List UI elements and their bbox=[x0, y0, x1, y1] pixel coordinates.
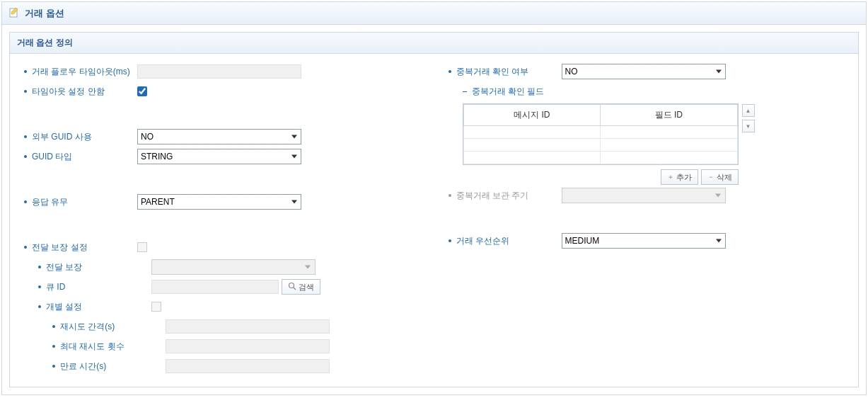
dup-retain-select-disabled bbox=[562, 188, 726, 203]
search-button[interactable]: 검색 bbox=[282, 279, 320, 295]
delivery-label: 전달 보장 bbox=[38, 261, 151, 273]
retry-interval-label: 재시도 간격(s) bbox=[52, 321, 166, 333]
right-column: 중복거래 확인 여부 NO 중복거래 확인 필드 메시지 ID 필드 ID bbox=[434, 59, 859, 378]
table-row[interactable] bbox=[463, 139, 737, 152]
flow-timeout-input[interactable] bbox=[137, 64, 301, 79]
expire-input[interactable] bbox=[166, 359, 330, 373]
queue-id-input[interactable] bbox=[151, 280, 279, 294]
svg-point-1 bbox=[289, 283, 294, 288]
trade-options-panel: 거래 옵션 거래 옵션 정의 거래 플로우 타임아웃(ms) 타임아웃 설정 안… bbox=[1, 1, 867, 395]
scroll-up-button[interactable]: ▲ bbox=[742, 104, 755, 117]
panel-header: 거래 옵션 bbox=[2, 2, 866, 25]
flow-timeout-label: 거래 플로우 타임아웃(ms) bbox=[24, 66, 137, 78]
delete-button[interactable]: －삭제 bbox=[701, 169, 739, 185]
retry-interval-input[interactable] bbox=[166, 319, 330, 334]
delivery-select-disabled bbox=[151, 259, 316, 275]
priority-select[interactable]: MEDIUM bbox=[562, 233, 726, 249]
timeout-off-checkbox[interactable] bbox=[137, 86, 147, 96]
response-label: 응답 유무 bbox=[24, 196, 137, 208]
plus-icon: ＋ bbox=[667, 172, 674, 182]
col-message-id: 메시지 ID bbox=[463, 105, 601, 126]
minus-icon: － bbox=[707, 172, 714, 182]
priority-label: 거래 우선순위 bbox=[449, 235, 562, 247]
left-column: 거래 플로우 타임아웃(ms) 타임아웃 설정 안함 외부 GUID 사용 NO… bbox=[10, 59, 434, 378]
table-row[interactable] bbox=[463, 126, 737, 139]
dup-field-label: 중복거래 확인 필드 bbox=[463, 86, 576, 98]
section-title: 거래 옵션 정의 bbox=[10, 33, 858, 54]
indiv-label: 개별 설정 bbox=[38, 301, 151, 313]
svg-line-2 bbox=[294, 288, 296, 290]
panel-title: 거래 옵션 bbox=[25, 7, 64, 20]
timeout-off-label: 타임아웃 설정 안함 bbox=[24, 86, 137, 98]
dup-field-table: 메시지 ID 필드 ID ▲ bbox=[463, 103, 739, 165]
scroll-down-button[interactable]: ▼ bbox=[742, 120, 755, 132]
col-field-id: 필드 ID bbox=[601, 105, 738, 126]
delivery-set-checkbox[interactable] bbox=[137, 242, 147, 252]
add-button[interactable]: ＋추가 bbox=[661, 169, 698, 185]
chevron-up-icon: ▲ bbox=[746, 108, 751, 114]
ext-guid-select[interactable]: NO bbox=[137, 129, 301, 144]
edit-icon bbox=[9, 6, 21, 20]
ext-guid-label: 외부 GUID 사용 bbox=[24, 131, 137, 143]
table-row[interactable] bbox=[463, 152, 737, 164]
chevron-down-icon: ▼ bbox=[746, 123, 751, 130]
section-define: 거래 옵션 정의 거래 플로우 타임아웃(ms) 타임아웃 설정 안함 외부 G… bbox=[9, 32, 859, 387]
max-retry-label: 최대 재시도 횟수 bbox=[52, 341, 166, 353]
queue-id-label: 큐 ID bbox=[38, 281, 151, 293]
response-select[interactable]: PARENT bbox=[137, 194, 301, 210]
guid-type-label: GUID 타입 bbox=[24, 151, 137, 163]
dup-check-select[interactable]: NO bbox=[562, 64, 726, 79]
indiv-checkbox[interactable] bbox=[151, 302, 161, 312]
dup-check-label: 중복거래 확인 여부 bbox=[449, 66, 562, 78]
guid-type-select[interactable]: STRING bbox=[137, 149, 301, 164]
delivery-set-label: 전달 보장 설정 bbox=[24, 242, 137, 254]
expire-label: 만료 시간(s) bbox=[52, 361, 166, 373]
max-retry-input[interactable] bbox=[166, 339, 330, 353]
dup-retain-label: 중복거래 보관 주기 bbox=[449, 190, 562, 202]
search-icon bbox=[288, 282, 296, 292]
